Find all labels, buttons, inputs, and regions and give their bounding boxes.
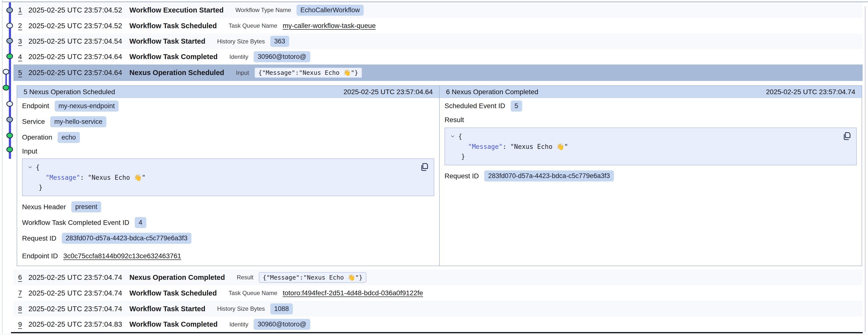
timeline-dot-event-9 bbox=[6, 147, 13, 152]
bottom-divider bbox=[11, 332, 863, 333]
operation-badge: echo bbox=[58, 132, 80, 143]
history-row-8[interactable]: 8 2025-02-25 UTC 23:57:04.74 Workflow Ta… bbox=[13, 301, 863, 316]
detail-label: Workflow Type Name bbox=[236, 7, 291, 13]
event-timestamp: 2025-02-25 UTC 23:57:04.74 bbox=[28, 289, 129, 297]
field-label: Endpoint bbox=[22, 102, 49, 110]
detail-label: Input bbox=[236, 69, 249, 76]
field-operation: Operation echo bbox=[22, 130, 434, 145]
event-name: Workflow Task Completed bbox=[129, 53, 218, 61]
workflow-type-badge: EchoCallerWorkflow bbox=[297, 5, 364, 16]
detail-label: History Size Bytes bbox=[217, 38, 265, 45]
field-scheduled-event-id: Scheduled Event ID 5 bbox=[444, 98, 857, 114]
timeline-dot-event-8 bbox=[6, 133, 13, 138]
event-name: Nexus Operation Completed bbox=[129, 274, 225, 282]
history-row-2[interactable]: 2 2025-02-25 UTC 23:57:04.52 Workflow Ta… bbox=[13, 18, 863, 34]
input-json-viewer: { "Message": "Nexus Echo 👋" } bbox=[22, 159, 434, 196]
service-badge: my-hello-service bbox=[50, 116, 106, 127]
left-frame-border bbox=[2, 0, 2, 335]
event-id-link[interactable]: 2 bbox=[18, 22, 28, 30]
event-id-link[interactable]: 7 bbox=[18, 289, 28, 297]
history-row-6[interactable]: 6 2025-02-25 UTC 23:57:04.74 Nexus Opera… bbox=[13, 270, 863, 285]
detail-label: Identity bbox=[229, 321, 248, 328]
chevron-down-icon[interactable] bbox=[27, 163, 33, 173]
task-queue-link[interactable]: my-caller-workflow-task-queue bbox=[283, 22, 376, 30]
field-request-id: Request ID 283fd070-d57a-4423-bdca-c5c77… bbox=[22, 230, 434, 246]
history-size-badge: 363 bbox=[270, 36, 289, 47]
event-id-link[interactable]: 1 bbox=[18, 6, 28, 14]
json-key: "Message" bbox=[45, 174, 80, 181]
event-id-link[interactable]: 9 bbox=[18, 320, 28, 328]
field-label: Request ID bbox=[22, 234, 56, 242]
detail-label: Result bbox=[237, 274, 253, 281]
field-label: Request ID bbox=[444, 172, 479, 180]
json-key: "Message" bbox=[468, 143, 503, 150]
timeline-dot-event-5 bbox=[3, 69, 9, 75]
detail-label: Identity bbox=[229, 53, 248, 60]
history-row-5-selected[interactable]: 5 2025-02-25 UTC 23:57:04.64 Nexus Opera… bbox=[13, 64, 863, 81]
event-name: Nexus Operation Scheduled bbox=[129, 69, 224, 77]
field-wft-completed-event-id: Workflow Task Completed Event ID 4 bbox=[22, 215, 434, 230]
chevron-down-icon[interactable] bbox=[450, 132, 455, 142]
json-value: "Nexus Echo 👋" bbox=[88, 174, 146, 181]
identity-badge: 30960@totoro@ bbox=[254, 319, 310, 330]
event-id-link[interactable]: 3 bbox=[18, 37, 28, 45]
panel-header: 5 Nexus Operation Scheduled 2025-02-25 U… bbox=[17, 86, 439, 98]
history-row-1[interactable]: 1 2025-02-25 UTC 23:57:04.52 Workflow Ex… bbox=[13, 2, 863, 18]
input-json-badge: {"Message":"Nexus Echo 👋"} bbox=[254, 67, 362, 78]
timeline-dot-event-7 bbox=[6, 117, 13, 122]
event-name: Workflow Task Scheduled bbox=[129, 289, 217, 297]
event-name: Workflow Task Started bbox=[129, 305, 205, 313]
event-id-link[interactable]: 8 bbox=[18, 305, 28, 313]
panel-title: 5 Nexus Operation Scheduled bbox=[24, 88, 115, 96]
history-row-9[interactable]: 9 2025-02-25 UTC 23:57:04.83 Workflow Ta… bbox=[13, 316, 863, 332]
vertical-scrollbar[interactable] bbox=[865, 6, 866, 332]
field-request-id: Request ID 283fd070-d57a-4423-bdca-c5c77… bbox=[444, 168, 857, 184]
request-id-badge: 283fd070-d57a-4423-bdca-c5c779e6a3f3 bbox=[62, 233, 191, 244]
timeline-dot-event-2 bbox=[6, 23, 13, 28]
event-timestamp: 2025-02-25 UTC 23:57:04.74 bbox=[28, 305, 129, 313]
detail-label: Task Queue Name bbox=[229, 22, 277, 29]
copy-icon[interactable] bbox=[842, 132, 852, 141]
detail-label: Task Queue Name bbox=[229, 290, 277, 297]
panel-timestamp: 2025-02-25 UTC 23:57:04.74 bbox=[766, 88, 855, 96]
nexus-header-badge: present bbox=[71, 201, 101, 213]
result-section-label: Result bbox=[444, 114, 857, 126]
event-timestamp: 2025-02-25 UTC 23:57:04.74 bbox=[28, 274, 129, 282]
event-id-link[interactable]: 5 bbox=[18, 69, 28, 77]
input-section-label: Input bbox=[22, 145, 434, 158]
copy-icon[interactable] bbox=[420, 162, 429, 172]
panel-timestamp: 2025-02-25 UTC 23:57:04.64 bbox=[344, 88, 433, 96]
json-separator: : bbox=[80, 174, 88, 181]
field-nexus-header: Nexus Header present bbox=[22, 199, 434, 215]
event-timestamp: 2025-02-25 UTC 23:57:04.83 bbox=[28, 320, 129, 328]
field-label: Endpoint ID bbox=[22, 252, 58, 260]
identity-badge: 30960@totoro@ bbox=[254, 51, 310, 62]
event-detail-panels: 5 Nexus Operation Scheduled 2025-02-25 U… bbox=[17, 85, 862, 266]
event-timestamp: 2025-02-25 UTC 23:57:04.64 bbox=[28, 53, 129, 61]
task-queue-link[interactable]: totoro:f494fecf-2d51-4d48-bdcd-036a0f912… bbox=[283, 289, 423, 297]
event-timestamp: 2025-02-25 UTC 23:57:04.54 bbox=[28, 37, 129, 45]
history-row-3[interactable]: 3 2025-02-25 UTC 23:57:04.54 Workflow Ta… bbox=[13, 34, 863, 49]
history-row-4[interactable]: 4 2025-02-25 UTC 23:57:04.64 Workflow Ta… bbox=[13, 49, 863, 64]
json-open-brace: { bbox=[36, 164, 40, 171]
event-name: Workflow Task Started bbox=[129, 37, 205, 45]
wft-completed-event-id-badge: 4 bbox=[135, 217, 146, 228]
json-separator: : bbox=[503, 143, 510, 150]
event-name: Workflow Task Completed bbox=[129, 320, 218, 328]
json-open-brace: { bbox=[458, 133, 462, 140]
field-label: Service bbox=[22, 118, 45, 125]
field-label: Scheduled Event ID bbox=[444, 102, 505, 110]
json-value: "Nexus Echo 👋" bbox=[510, 143, 568, 150]
event-id-link[interactable]: 6 bbox=[18, 274, 28, 281]
result-json-viewer: { "Message": "Nexus Echo 👋" } bbox=[444, 128, 857, 165]
field-label: Operation bbox=[22, 133, 52, 141]
endpoint-id-link[interactable]: 3c0c75ccfa8144b092c13ce632463761 bbox=[63, 252, 181, 260]
history-row-7[interactable]: 7 2025-02-25 UTC 23:57:04.74 Workflow Ta… bbox=[13, 285, 863, 301]
timeline-dot-event-1 bbox=[6, 7, 13, 13]
event-id-link[interactable]: 4 bbox=[18, 53, 28, 61]
detail-label: History Size Bytes bbox=[217, 305, 265, 312]
event-timestamp: 2025-02-25 UTC 23:57:04.52 bbox=[28, 22, 129, 30]
history-size-badge: 1088 bbox=[270, 303, 293, 314]
request-id-badge: 283fd070-d57a-4423-bdca-c5c779e6a3f3 bbox=[484, 170, 614, 182]
field-endpoint: Endpoint my-nexus-endpoint bbox=[22, 98, 434, 114]
